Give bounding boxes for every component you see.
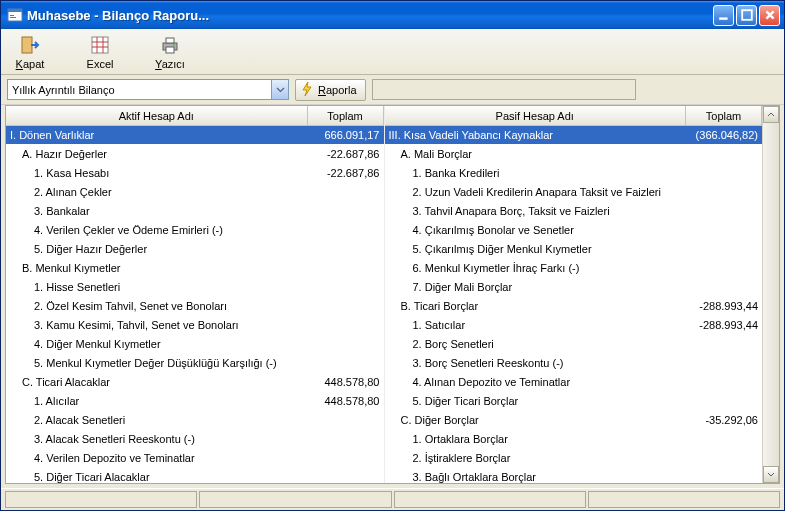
- left-grid-body[interactable]: I. Dönen Varlıklar666.091,17A. Hazır Değ…: [6, 126, 384, 483]
- table-row[interactable]: 4. Verilen Çekler ve Ödeme Emirleri (-): [6, 221, 384, 240]
- row-name: 5. Diğer Hazır Değerler: [6, 243, 308, 255]
- right-grid: Pasif Hesap Adı Toplam III. Kısa Vadeli …: [385, 106, 763, 483]
- row-name: B. Menkul Kıymetler: [6, 262, 308, 274]
- table-row[interactable]: 5. Çıkarılmış Diğer Menkul Kıymetler: [385, 240, 763, 259]
- table-row[interactable]: 4. Diğer Menkul Kıymetler: [6, 335, 384, 354]
- table-row[interactable]: 6. Menkul Kıymetler İhraç Farkı (-): [385, 259, 763, 278]
- table-row[interactable]: B. Ticari Borçlar-288.993,44: [385, 297, 763, 316]
- col-toplam-left-header[interactable]: Toplam: [308, 106, 384, 125]
- table-row[interactable]: B. Menkul Kıymetler: [6, 259, 384, 278]
- table-row[interactable]: 2. Uzun Vadeli Kredilerin Anapara Taksit…: [385, 183, 763, 202]
- table-row[interactable]: 3. Bankalar: [6, 202, 384, 221]
- row-name: 4. Diğer Menkul Kıymetler: [6, 338, 308, 350]
- table-row[interactable]: 1. Kasa Hesabı-22.687,86: [6, 164, 384, 183]
- status-pane-3: [394, 491, 586, 508]
- right-grid-header: Pasif Hesap Adı Toplam: [385, 106, 763, 126]
- excel-tool-button[interactable]: Excel: [79, 34, 121, 70]
- table-row[interactable]: 3. Bağlı Ortaklara Borçlar: [385, 468, 763, 483]
- left-grid-header: Aktif Hesap Adı Toplam: [6, 106, 384, 126]
- window-controls: [713, 5, 780, 26]
- row-name: 3. Kamu Kesimi, Tahvil, Senet ve Bonolar…: [6, 319, 308, 331]
- col-pasif-header[interactable]: Pasif Hesap Adı: [385, 106, 687, 125]
- col-toplam-right-header[interactable]: Toplam: [686, 106, 762, 125]
- row-name: 1. Alıcılar: [6, 395, 308, 407]
- row-name: 4. Alınan Depozito ve Teminatlar: [385, 376, 687, 388]
- row-name: 2. Borç Senetleri: [385, 338, 687, 350]
- table-row[interactable]: 1. Ortaklara Borçlar: [385, 430, 763, 449]
- minimize-button[interactable]: [713, 5, 734, 26]
- table-row[interactable]: A. Mali Borçlar: [385, 145, 763, 164]
- table-row[interactable]: C. Ticari Alacaklar448.578,80: [6, 373, 384, 392]
- table-row[interactable]: 5. Diğer Hazır Değerler: [6, 240, 384, 259]
- table-row[interactable]: 1. Hisse Senetleri: [6, 278, 384, 297]
- table-row[interactable]: 5. Menkul Kıymetler Değer Düşüklüğü Karş…: [6, 354, 384, 373]
- table-row[interactable]: 2. Alınan Çekler: [6, 183, 384, 202]
- lightning-icon: [300, 81, 314, 99]
- scroll-track[interactable]: [763, 123, 779, 466]
- maximize-button[interactable]: [736, 5, 757, 26]
- table-row[interactable]: 1. Banka Kredileri: [385, 164, 763, 183]
- close-tool-button[interactable]: Kapat: [9, 34, 51, 70]
- scroll-up-icon[interactable]: [763, 106, 779, 123]
- toolbar: Kapat Excel Yazıcı: [1, 29, 784, 75]
- table-row[interactable]: C. Diğer Borçlar-35.292,06: [385, 411, 763, 430]
- report-button[interactable]: Raporla: [295, 79, 366, 101]
- row-total: -35.292,06: [686, 414, 762, 426]
- svg-rect-4: [719, 17, 727, 19]
- row-total: -288.993,44: [686, 319, 762, 331]
- table-row[interactable]: 1. Satıcılar-288.993,44: [385, 316, 763, 335]
- table-row[interactable]: 1. Alıcılar448.578,80: [6, 392, 384, 411]
- table-row[interactable]: 4. Verilen Depozito ve Teminatlar: [6, 449, 384, 468]
- table-row[interactable]: 7. Diğer Mali Borçlar: [385, 278, 763, 297]
- row-name: III. Kısa Vadeli Yabancı Kaynaklar: [385, 129, 687, 141]
- row-name: 5. Diğer Ticari Alacaklar: [6, 471, 308, 483]
- titlebar[interactable]: Muhasebe - Bilanço Raporu...: [1, 1, 784, 29]
- row-name: 2. Özel Kesim Tahvil, Senet ve Bonoları: [6, 300, 308, 312]
- table-row[interactable]: A. Hazır Değerler-22.687,86: [6, 145, 384, 164]
- svg-rect-1: [8, 9, 22, 12]
- table-row[interactable]: 3. Alacak Senetleri Reeskontu (-): [6, 430, 384, 449]
- print-tool-label: Yazıcı: [155, 58, 185, 70]
- row-name: 5. Diğer Ticari Borçlar: [385, 395, 687, 407]
- vertical-scrollbar[interactable]: [762, 106, 779, 483]
- row-name: 5. Çıkarılmış Diğer Menkul Kıymetler: [385, 243, 687, 255]
- report-type-combo[interactable]: Yıllık Ayrıntılı Bilanço: [7, 79, 289, 100]
- table-row[interactable]: 3. Borç Senetleri Reeskontu (-): [385, 354, 763, 373]
- row-name: 3. Bankalar: [6, 205, 308, 217]
- row-total: -288.993,44: [686, 300, 762, 312]
- door-exit-icon: [19, 34, 41, 56]
- table-row[interactable]: 5. Diğer Ticari Alacaklar: [6, 468, 384, 483]
- chevron-down-icon[interactable]: [271, 80, 288, 99]
- excel-tool-label: Excel: [87, 58, 114, 70]
- row-name: 1. Ortaklara Borçlar: [385, 433, 687, 445]
- table-row[interactable]: 3. Tahvil Anapara Borç, Taksit ve Faizle…: [385, 202, 763, 221]
- row-name: 1. Satıcılar: [385, 319, 687, 331]
- table-row[interactable]: 4. Alınan Depozito ve Teminatlar: [385, 373, 763, 392]
- table-row[interactable]: 2. Alacak Senetleri: [6, 411, 384, 430]
- row-total: 666.091,17: [308, 129, 384, 141]
- right-grid-body[interactable]: III. Kısa Vadeli Yabancı Kaynaklar(366.0…: [385, 126, 763, 483]
- row-total: 448.578,80: [308, 376, 384, 388]
- table-row[interactable]: 5. Diğer Ticari Borçlar: [385, 392, 763, 411]
- left-grid: Aktif Hesap Adı Toplam I. Dönen Varlıkla…: [6, 106, 384, 483]
- svg-rect-5: [742, 10, 752, 20]
- table-row[interactable]: 3. Kamu Kesimi, Tahvil, Senet ve Bonolar…: [6, 316, 384, 335]
- table-row[interactable]: 2. Özel Kesim Tahvil, Senet ve Bonoları: [6, 297, 384, 316]
- row-name: A. Hazır Değerler: [6, 148, 308, 160]
- row-name: 3. Tahvil Anapara Borç, Taksit ve Faizle…: [385, 205, 687, 217]
- combo-value: Yıllık Ayrıntılı Bilanço: [12, 84, 271, 96]
- table-row[interactable]: III. Kısa Vadeli Yabancı Kaynaklar(366.0…: [385, 126, 763, 145]
- table-row[interactable]: I. Dönen Varlıklar666.091,17: [6, 126, 384, 145]
- row-total: (366.046,82): [686, 129, 762, 141]
- row-name: 2. Alınan Çekler: [6, 186, 308, 198]
- row-name: 3. Alacak Senetleri Reeskontu (-): [6, 433, 308, 445]
- table-row[interactable]: 2. Borç Senetleri: [385, 335, 763, 354]
- table-row[interactable]: 2. İştiraklere Borçlar: [385, 449, 763, 468]
- row-name: 4. Verilen Depozito ve Teminatlar: [6, 452, 308, 464]
- print-tool-button[interactable]: Yazıcı: [149, 34, 191, 70]
- col-aktif-header[interactable]: Aktif Hesap Adı: [6, 106, 308, 125]
- table-row[interactable]: 4. Çıkarılmış Bonolar ve Senetler: [385, 221, 763, 240]
- close-button[interactable]: [759, 5, 780, 26]
- scroll-down-icon[interactable]: [763, 466, 779, 483]
- svg-point-15: [173, 44, 175, 46]
